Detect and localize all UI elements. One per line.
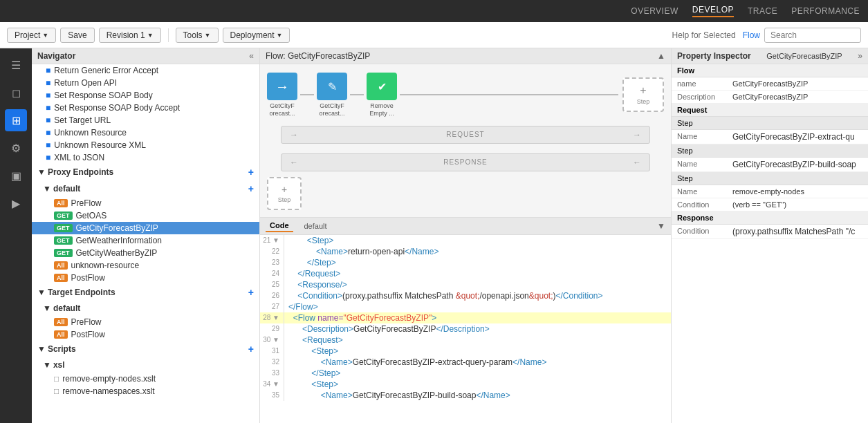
nav-remove-empty-xslt[interactable]: □ remove-empty-nodes.xslt — [32, 373, 259, 385]
prop-description-value[interactable]: GetCityForecastByZIP — [727, 91, 868, 104]
main-content: ☰ ◻ ⊞ ⚙ ▣ ▶ Navigator « ■ Return Generic… — [0, 48, 868, 423]
nav-page-icon: ■ — [46, 115, 50, 125]
navigator-body: ■ Return Generic Error Accept ■ Return O… — [32, 64, 259, 423]
nav-set-response-soap-body[interactable]: ■ Set Response SOAP Body — [32, 89, 259, 102]
proxy-endpoints-section[interactable]: ▼ Proxy Endpoints + — [32, 164, 259, 180]
nav-unknown-resource-xml[interactable]: ■ Unknown Resource XML — [32, 139, 259, 151]
target-default-section[interactable]: ▼ default — [32, 301, 259, 316]
nav-return-generic[interactable]: ■ Return Generic Error Accept — [32, 64, 259, 77]
nav-page-icon: ■ — [46, 66, 50, 75]
file-icon: □ — [54, 374, 59, 384]
revision-button[interactable]: Revision 1 ▼ — [99, 28, 161, 43]
prop-row-name2: Name GetCityForecastByZIP-extract-qu — [672, 130, 868, 144]
prop-name2-value[interactable]: GetCityForecastByZIP-extract-qu — [727, 130, 868, 144]
scripts-section[interactable]: ▼ Scripts + — [32, 341, 259, 357]
nav-page-icon: ■ — [46, 78, 50, 88]
nav-page-icon: ■ — [46, 128, 50, 138]
prop-condition2-value[interactable]: (proxy.pathsuffix MatchesPath "/c — [727, 225, 868, 239]
add-default-button[interactable]: + — [248, 183, 254, 194]
flow-node-icon-2: ✎ — [317, 73, 347, 100]
arrow-right2-icon: → — [633, 130, 641, 140]
request-bar: → REQUEST → — [281, 126, 650, 144]
prop-condition-value[interactable]: (verb == "GET") — [727, 198, 868, 212]
nav-return-open-api[interactable]: ■ Return Open API — [32, 77, 259, 89]
prop-row-condition2: Condition (proxy.pathsuffix MatchesPath … — [672, 225, 868, 239]
target-endpoints-section[interactable]: ▼ Target Endpoints + — [32, 284, 259, 301]
section-flow: Flow — [672, 64, 868, 77]
add-step-button[interactable]: + Step — [622, 77, 664, 112]
tools-button[interactable]: Tools ▼ — [176, 28, 219, 43]
default-tab[interactable]: default — [300, 220, 331, 232]
nav-overview[interactable]: OVERVIEW — [631, 6, 678, 16]
code-line-25: 25 <Response/> — [260, 279, 671, 290]
nav-unknown-resource[interactable]: ■ Unknown Resource — [32, 126, 259, 139]
navigator-collapse-button[interactable]: « — [249, 51, 254, 61]
add-script-button[interactable]: + — [248, 344, 254, 355]
flow-node-label-2: GetCityForecast... — [319, 102, 344, 118]
package-icon[interactable]: ◻ — [5, 82, 27, 104]
nav-target-preflow[interactable]: All PreFlow — [32, 316, 259, 328]
nav-preflow[interactable]: All PreFlow — [32, 197, 259, 209]
code-line-28: 28 ▼ <Flow name="GetCityForecastByZIP"> — [260, 312, 671, 323]
flow-node-2[interactable]: ✎ GetCityForecast... — [317, 73, 347, 118]
flow-node-icon-3: ✔ — [367, 73, 397, 100]
xsl-section[interactable]: ▼ xsl — [32, 357, 259, 373]
prop-table-flow: name GetCityForecastByZIP Description Ge… — [672, 77, 868, 104]
prop-name2-label: Name — [672, 130, 727, 144]
code-line-22: 22 <Name>return-open-api</Name> — [260, 246, 671, 257]
nav-develop[interactable]: DEVELOP — [692, 5, 734, 17]
toolbar: Project ▼ Save Revision 1 ▼ Tools ▼ Depl… — [0, 22, 868, 48]
arrow-right-icon: → — [290, 130, 298, 140]
grid-icon[interactable]: ⊞ — [5, 109, 27, 131]
code-collapse-button[interactable]: ▼ — [657, 221, 665, 231]
code-line-23: 23 </Step> — [260, 257, 671, 268]
settings-icon[interactable]: ⚙ — [5, 137, 27, 159]
hamburger-icon[interactable]: ☰ — [5, 54, 27, 76]
nav-getweather[interactable]: GET GetWeatherInformation — [32, 234, 259, 247]
prop-table-response: Condition (proxy.pathsuffix MatchesPath … — [672, 225, 868, 239]
book-icon[interactable]: ▣ — [5, 164, 27, 187]
expand-button[interactable]: » — [858, 51, 862, 61]
nav-set-target-url[interactable]: ■ Set Target URL — [32, 114, 259, 126]
nav-page-icon: ■ — [46, 103, 50, 113]
navigator-header: Navigator « — [32, 48, 259, 64]
property-inspector-title: Property Inspector — [677, 51, 751, 61]
nav-getcityforecastbyzip[interactable]: GET GetCityForecastByZIP — [32, 222, 259, 234]
nav-target-postflow[interactable]: All PostFlow — [32, 328, 259, 341]
prop-name4-value[interactable]: remove-empty-nodes — [727, 185, 868, 198]
nav-performance[interactable]: PERFORMANCE — [791, 6, 860, 16]
arrow-left2-icon: ← — [633, 158, 641, 167]
nav-postflow[interactable]: All PostFlow — [32, 272, 259, 284]
project-button[interactable]: Project ▼ — [7, 28, 56, 43]
nav-remove-namespaces-xslt[interactable]: □ remove-namespaces.xslt — [32, 385, 259, 397]
prop-name3-value[interactable]: GetCityForecastByZIP-build-soap — [727, 158, 868, 172]
flow-link[interactable]: Flow — [743, 30, 760, 40]
flow-node-icon-1: → — [267, 73, 297, 100]
search-input[interactable] — [764, 28, 861, 43]
code-header: Code default ▼ — [260, 218, 671, 235]
add-proxy-endpoint-button[interactable]: + — [248, 167, 254, 178]
nav-getcityweather[interactable]: GET GetCityWeatherByZIP — [32, 247, 259, 259]
nav-unknown-resource-flow[interactable]: All unknown-resource — [32, 259, 259, 272]
nav-getoas[interactable]: GET GetOAS — [32, 209, 259, 222]
proxy-default-section[interactable]: ▼ default + — [32, 180, 259, 197]
nav-trace[interactable]: TRACE — [748, 6, 777, 16]
flow-header: Flow: GetCityForecastByZIP ▲ — [260, 48, 671, 64]
add-step-bottom-button[interactable]: + Step — [267, 177, 302, 210]
prop-name-value[interactable]: GetCityForecastByZIP — [727, 77, 868, 91]
nav-xml-to-json[interactable]: ■ XML to JSON — [32, 151, 259, 164]
flow-node-1[interactable]: → GetCityForecast... — [267, 73, 297, 118]
deployment-button[interactable]: Deployment ▼ — [223, 28, 290, 43]
code-tab[interactable]: Code — [266, 220, 293, 232]
save-button[interactable]: Save — [60, 28, 94, 43]
megaphone-icon[interactable]: ▶ — [5, 192, 27, 214]
flow-node-3[interactable]: ✔ RemoveEmpty ... — [367, 73, 397, 118]
code-line-35: 35 <Name>GetCityForecastByZIP-build-soap… — [260, 390, 671, 401]
flow-name-label: GetCityForecastByZIP — [766, 52, 842, 60]
nav-set-response-soap-body-accept[interactable]: ■ Set Response SOAP Body Accept — [32, 102, 259, 114]
prop-condition-label: Condition — [672, 198, 727, 212]
flow-collapse-button[interactable]: ▲ — [657, 51, 665, 61]
navigator: Navigator « ■ Return Generic Error Accep… — [32, 48, 260, 423]
code-body[interactable]: 21 ▼ <Step> 22 <Name>return-open-api</Na… — [260, 235, 671, 423]
add-target-endpoint-button[interactable]: + — [248, 287, 254, 298]
